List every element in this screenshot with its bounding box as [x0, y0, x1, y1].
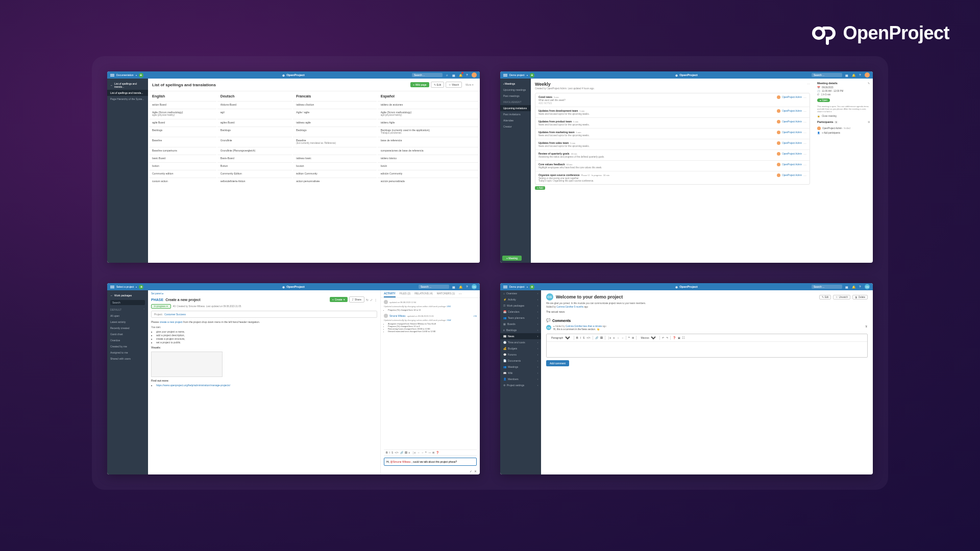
help-icon[interactable]: ?	[858, 285, 862, 289]
agenda-item[interactable]: Good news5 minWhat went well this week?A…	[535, 93, 810, 107]
search-input[interactable]: Search ...	[419, 285, 449, 289]
sidebar-item[interactable]: 📄Documents›	[500, 358, 541, 364]
sidebar-item[interactable]: 📅Calendars›	[500, 309, 541, 315]
sidebar-item[interactable]: Overdue	[107, 337, 148, 343]
more-icon[interactable]: ⋮	[374, 298, 377, 302]
hamburger-icon[interactable]	[110, 285, 114, 289]
add-button[interactable]: +	[530, 73, 534, 78]
wiki-page-button[interactable]: + Wiki page	[410, 82, 429, 87]
sidebar-item[interactable]: ☑Work packages›	[500, 303, 541, 309]
project-selector[interactable]: Documentation	[116, 73, 134, 77]
edit-button[interactable]: ✎ Edit	[431, 82, 445, 88]
agenda-item[interactable]: Organize open source conferencePhase #2 …	[535, 171, 810, 184]
comment-toolbar[interactable]: BIS</>🔗🖼≡⋮≡→←❝—⊞❓	[384, 449, 477, 456]
paragraph-select[interactable]: Paragraph	[549, 336, 572, 340]
back-button[interactable]: ← Work packages	[107, 292, 148, 298]
sidebar-item[interactable]: 👥Team planners›	[500, 315, 541, 321]
macros-select[interactable]: Macros	[639, 336, 657, 340]
sidebar-upcoming-inv[interactable]: Upcoming invitations	[500, 105, 531, 111]
bell-icon[interactable]: 🔔	[458, 73, 462, 77]
comment-editor[interactable]: Hi, @Simone Wibeau , could we talk about…	[384, 458, 477, 466]
add-button[interactable]: +	[139, 285, 143, 289]
tab-activity[interactable]: ACTIVITY	[384, 290, 396, 297]
tab-more[interactable]: ‹ ›	[459, 290, 461, 297]
share-button[interactable]: ⤴ Share	[349, 296, 364, 303]
agenda-item[interactable]: Review of quarterly goals10 minAssessing…	[535, 150, 810, 161]
back-button[interactable]: ←List of spellings and transla...	[107, 81, 148, 90]
sidebar-item[interactable]: 🕐Time and costs›	[500, 339, 541, 345]
sidebar-item[interactable]: Shared with users	[107, 356, 148, 362]
sidebar-item[interactable]: 📰News›	[500, 333, 541, 339]
cancel-icon[interactable]: ✕	[474, 469, 477, 473]
user-avatar[interactable]: CG	[472, 284, 477, 289]
grid-icon[interactable]: ▦	[452, 285, 456, 289]
sidebar-past-inv[interactable]: Past invitations	[500, 111, 531, 117]
sidebar-item[interactable]: ≡Backlogs›	[500, 327, 541, 333]
watch-button[interactable]: ☆ Watch	[446, 82, 462, 88]
hamburger-icon[interactable]	[503, 73, 507, 77]
sidebar-attendee[interactable]: Attendee	[500, 117, 531, 123]
sidebar-item-hierarchy[interactable]: Page Hierarchy of the Syste...	[107, 96, 148, 102]
agenda-item[interactable]: Updates from product team5 minNews and f…	[535, 118, 810, 129]
tab-watchers[interactable]: WATCHERS (1)	[437, 290, 455, 297]
grid-icon[interactable]: ▦	[452, 73, 456, 77]
docs-link[interactable]: https://www.openproject.org/help/adminis…	[156, 384, 230, 387]
help-icon[interactable]: ?	[858, 73, 862, 77]
tab-relations[interactable]: RELATIONS (4)	[414, 290, 432, 297]
delete-button[interactable]: 🗑 Delete	[852, 295, 868, 299]
add-comment-button[interactable]: Add comment	[546, 360, 569, 366]
sidebar-past[interactable]: Past meetings	[500, 93, 531, 99]
help-icon[interactable]: ?	[465, 285, 469, 289]
add-meeting-button[interactable]: + Meeting	[502, 256, 522, 261]
refresh-icon[interactable]: ↻	[366, 298, 369, 302]
sidebar-item[interactable]: Assigned to me	[107, 349, 148, 356]
close-meeting-link[interactable]: 🔒 Close meeting	[817, 115, 870, 117]
project-selector[interactable]: Demo project	[509, 73, 525, 77]
hamburger-icon[interactable]	[503, 285, 507, 289]
help-icon[interactable]: ?	[465, 73, 469, 77]
bell-icon[interactable]: 🔔	[851, 285, 855, 289]
sidebar-item[interactable]: ⚙Project settings›	[500, 382, 541, 388]
delete-comment-icon[interactable]: 🗑	[865, 325, 868, 328]
bell-icon[interactable]: 🔔	[458, 285, 462, 289]
search-icon[interactable]: ⌕	[445, 73, 449, 77]
sidebar-item[interactable]: ▦Boards›	[500, 321, 541, 327]
sidebar-upcoming[interactable]: Upcoming meetings	[500, 87, 531, 93]
add-button[interactable]: +	[139, 73, 143, 78]
project-field[interactable]: Project:Customer Success	[151, 311, 377, 318]
project-selector[interactable]: Select a project	[116, 285, 134, 288]
project-selector[interactable]: Demo project	[509, 285, 525, 288]
sidebar-item-spellings[interactable]: List of spellings and transla...	[107, 90, 148, 96]
user-avatar[interactable]	[472, 72, 477, 78]
tab-files[interactable]: FILES (2)	[400, 290, 410, 297]
add-participant-link[interactable]: 👤 + Add participants	[817, 132, 870, 134]
add-button[interactable]: +	[530, 285, 534, 289]
more-button[interactable]: More ▾	[463, 82, 476, 87]
bell-icon[interactable]: 🔔	[851, 73, 855, 77]
settings-icon[interactable]: ⚙	[868, 120, 870, 125]
search-input[interactable]: Search ...	[412, 73, 443, 77]
agenda-item[interactable]: Updates from development team5 minNews a…	[535, 107, 810, 118]
create-button[interactable]: + Create ▾	[330, 297, 348, 302]
back-button[interactable]: ‹ Meetings	[500, 81, 531, 87]
sidebar-item[interactable]: ⌂Overview›	[500, 290, 541, 296]
unwatch-button[interactable]: ☆ Unwatch	[833, 295, 850, 299]
user-avatar[interactable]	[865, 72, 870, 78]
confirm-icon[interactable]: ✓	[470, 469, 472, 473]
search-input[interactable]: Search ...	[812, 285, 842, 289]
search-input[interactable]: Search ...	[812, 73, 842, 77]
sidebar-item[interactable]: Gantt chart	[107, 331, 148, 337]
edit-button[interactable]: ✎ Edit	[819, 295, 831, 299]
agenda-item[interactable]: Updates from sales team5 minNews and foc…	[535, 139, 810, 150]
sidebar-item[interactable]: 💬Forums›	[500, 352, 541, 358]
sidebar-item[interactable]: All open	[107, 313, 148, 319]
sidebar-item[interactable]: 👥Meetings›	[500, 364, 541, 370]
sidebar-item[interactable]: Created by me	[107, 343, 148, 349]
sidebar-item[interactable]: 📖Wiki›	[500, 370, 541, 376]
add-agenda-button[interactable]: + Add	[535, 186, 545, 190]
rich-editor[interactable]: Paragraph BIS</>🔗🖼⋮≡≡→←❝⊞ Macros ↶↷❓▣⛶	[546, 334, 868, 358]
edit-icon[interactable]: ✎	[868, 82, 870, 86]
sidebar-item[interactable]: 👤Members›	[500, 376, 541, 382]
sidebar-creator[interactable]: Creator	[500, 123, 531, 130]
fullscreen-icon[interactable]: ⤢	[370, 298, 373, 302]
